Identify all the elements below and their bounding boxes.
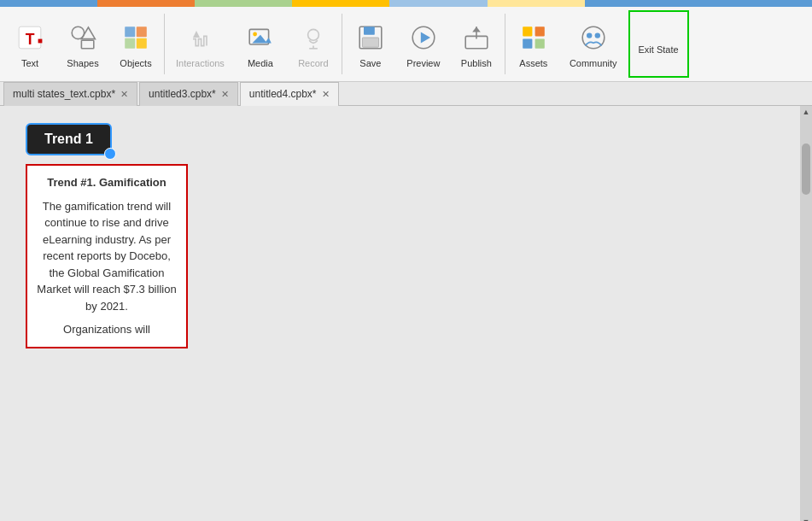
toolbar: T Text Shapes Objects: [0, 7, 812, 82]
svg-rect-18: [362, 38, 378, 47]
toolbar-item-interactions[interactable]: Interactions: [166, 7, 234, 81]
svg-point-13: [307, 29, 318, 40]
svg-rect-24: [523, 26, 532, 36]
svg-point-30: [594, 32, 599, 38]
toolbar-assets-label: Assets: [519, 58, 547, 68]
svg-rect-7: [137, 26, 147, 37]
tab-untitled4[interactable]: untitled4.cpbx* ✕: [240, 82, 339, 106]
interactions-icon: [183, 20, 217, 55]
toolbar-interactions-label: Interactions: [176, 58, 225, 68]
divider-3: [505, 14, 505, 74]
publish-icon: [459, 20, 494, 55]
canvas-button[interactable]: Trend 1: [26, 123, 112, 155]
toolbar-item-community[interactable]: Community: [560, 7, 627, 81]
canvas-textbox[interactable]: Trend #1. Gamification The gamification …: [26, 164, 188, 348]
canvas-button-wrapper[interactable]: Trend 1: [26, 123, 112, 155]
scrollbar[interactable]: ▲ ▼: [800, 106, 812, 521]
scroll-down-arrow[interactable]: ▼: [800, 516, 812, 521]
toolbar-item-media[interactable]: Media: [234, 7, 287, 81]
svg-marker-20: [421, 32, 430, 43]
toolbar-item-publish[interactable]: Publish: [450, 7, 503, 81]
svg-point-11: [253, 32, 257, 36]
tab-close-2[interactable]: ✕: [322, 89, 330, 100]
toolbar-publish-label: Publish: [461, 58, 492, 68]
tabs-bar: multi states_text.cpbx* ✕ untitled3.cpbx…: [0, 82, 812, 106]
svg-rect-5: [81, 40, 93, 49]
tab-label: untitled4.cpbx*: [249, 88, 317, 100]
exit-state-label: Exit State: [639, 44, 679, 55]
toolbar-objects-label: Objects: [120, 58, 151, 68]
toolbar-item-text[interactable]: T Text: [3, 7, 56, 81]
svg-rect-9: [137, 38, 147, 48]
svg-rect-17: [364, 26, 375, 35]
scroll-track[interactable]: [800, 118, 812, 516]
main-area: Trend 1 Trend #1. Gamification The gamif…: [0, 106, 812, 521]
toolbar-shapes-label: Shapes: [67, 58, 98, 68]
canvas-button-label: Trend 1: [44, 132, 93, 146]
preview-icon: [406, 20, 441, 55]
tab-close-0[interactable]: ✕: [120, 89, 128, 100]
textbox-heading: Trend #1. Gamification: [36, 174, 178, 191]
toolbar-community-label: Community: [570, 58, 617, 68]
textbox-paragraph1: The gamification trend will continue to …: [36, 198, 178, 315]
divider-2: [342, 14, 342, 74]
media-icon: [243, 20, 277, 55]
svg-rect-25: [535, 26, 544, 36]
toolbar-item-preview[interactable]: Preview: [397, 7, 450, 81]
svg-point-29: [587, 32, 592, 38]
tab-multi-states[interactable]: multi states_text.cpbx* ✕: [3, 82, 137, 106]
scroll-up-arrow[interactable]: ▲: [800, 106, 812, 118]
toolbar-item-objects[interactable]: Objects: [109, 7, 162, 81]
toolbar-preview-label: Preview: [406, 58, 440, 68]
text-icon: T: [13, 20, 47, 55]
canvas-area[interactable]: Trend 1 Trend #1. Gamification The gamif…: [0, 106, 800, 521]
toolbar-item-record[interactable]: Record: [287, 7, 340, 81]
svg-marker-23: [472, 26, 481, 32]
toolbar-item-assets[interactable]: Assets: [507, 7, 560, 81]
toolbar-item-save[interactable]: Save: [344, 7, 397, 81]
toolbar-record-label: Record: [298, 58, 328, 68]
svg-text:T: T: [26, 31, 35, 48]
svg-marker-2: [38, 38, 43, 43]
toolbar-text-label: Text: [21, 58, 38, 68]
toolbar-media-label: Media: [248, 58, 273, 68]
shapes-icon: [66, 20, 100, 55]
tab-close-1[interactable]: ✕: [221, 89, 229, 100]
exit-state-button[interactable]: Exit State: [628, 10, 689, 78]
toolbar-item-shapes[interactable]: Shapes: [56, 7, 109, 81]
scroll-thumb[interactable]: [802, 143, 810, 195]
svg-rect-8: [125, 38, 135, 48]
ribbon-strip: [0, 0, 812, 7]
divider-1: [164, 14, 165, 74]
assets-icon: [517, 20, 551, 55]
record-icon: [296, 20, 330, 55]
tab-label: multi states_text.cpbx*: [13, 88, 115, 100]
svg-rect-27: [535, 38, 544, 48]
svg-rect-6: [125, 26, 135, 37]
objects-icon: [119, 20, 153, 55]
toolbar-save-label: Save: [359, 58, 381, 68]
canvas-button-handle[interactable]: [104, 148, 116, 160]
textbox-paragraph2: Organizations will: [36, 321, 178, 338]
community-icon: [576, 20, 610, 55]
tab-untitled3[interactable]: untitled3.cpbx* ✕: [139, 82, 238, 106]
tab-label: untitled3.cpbx*: [149, 88, 216, 100]
save-icon: [353, 20, 388, 55]
svg-rect-26: [523, 38, 532, 48]
canvas-content: Trend 1 Trend #1. Gamification The gamif…: [26, 123, 188, 348]
